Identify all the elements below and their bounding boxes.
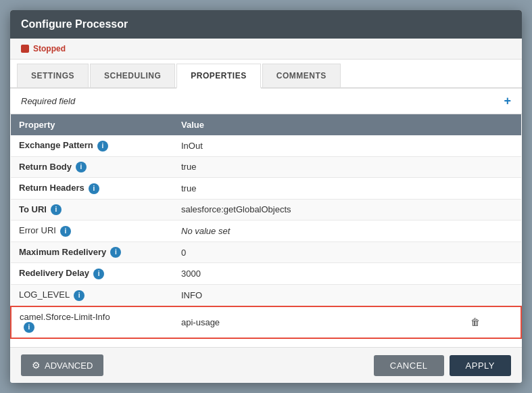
tab-content: Required field + Property Value Exchange… (10, 89, 522, 347)
status-bar: Stopped (10, 39, 522, 60)
advanced-button[interactable]: ⚙ ADVANCED (21, 354, 103, 376)
table-row: LOG_LEVELiINFO (11, 284, 521, 306)
dynamic-property-row: i🗑 (11, 306, 521, 339)
dynamic-property-value-cell (173, 306, 462, 339)
property-value-cell: 0 (173, 241, 462, 263)
property-action-cell (462, 135, 521, 156)
property-value-cell: No value set (173, 221, 462, 242)
dynamic-property-value-input[interactable] (181, 317, 454, 327)
property-name-cell: Error URIi (11, 221, 173, 242)
dynamic-property-delete-cell: 🗑 (462, 306, 521, 339)
column-value: Value (173, 114, 462, 135)
property-action-cell (462, 284, 521, 306)
column-actions (462, 114, 521, 135)
tab-scheduling[interactable]: SCHEDULING (90, 64, 175, 87)
table-row: Redelivery Delayi3000 (11, 263, 521, 285)
info-icon[interactable]: i (89, 183, 99, 194)
property-value-cell: 3000 (173, 263, 462, 285)
property-name-cell: Maximum Redeliveryi (11, 241, 173, 263)
configure-processor-dialog: Configure Processor Stopped SETTINGS SCH… (10, 10, 522, 383)
dynamic-property-name-input[interactable] (20, 312, 165, 322)
dynamic-info-icon[interactable]: i (24, 322, 34, 333)
property-action-cell (462, 199, 521, 221)
required-field-label: Required field (21, 96, 75, 106)
table-row: Error URIiNo value set (11, 221, 521, 242)
property-action-cell (462, 263, 521, 285)
dynamic-properties-message: Dynamic Properties, will be part of subm… (10, 339, 522, 347)
property-value-cell: salesforce:getGlobalObjects (173, 199, 462, 221)
property-name-cell: To URIi (11, 199, 173, 221)
info-icon[interactable]: i (74, 290, 84, 301)
delete-property-button[interactable]: 🗑 (470, 317, 480, 327)
info-icon[interactable]: i (110, 247, 121, 258)
info-icon[interactable]: i (51, 204, 62, 215)
status-indicator (21, 45, 29, 53)
footer-actions: CANCEL APPLY (374, 355, 511, 376)
table-row: Return Bodyitrue (11, 156, 521, 178)
property-value-cell: true (173, 156, 462, 178)
property-value-cell: true (173, 178, 462, 200)
property-name-cell: LOG_LEVELi (11, 284, 173, 306)
property-name-cell: Exchange Patterni (11, 135, 173, 156)
info-icon[interactable]: i (93, 269, 104, 279)
table-row: To URIisalesforce:getGlobalObjects (11, 199, 521, 221)
status-text: Stopped (33, 44, 66, 53)
add-property-button[interactable]: + (504, 94, 511, 108)
gear-icon: ⚙ (32, 360, 41, 371)
tab-bar: SETTINGS SCHEDULING PROPERTIES COMMENTS (10, 60, 522, 89)
property-action-cell (462, 241, 521, 263)
property-name-cell: Redelivery Delayi (11, 263, 173, 285)
column-property: Property (11, 114, 173, 135)
property-action-cell (462, 156, 521, 178)
properties-table: Property Value Exchange PatterniInOutRet… (10, 114, 522, 339)
tab-properties[interactable]: PROPERTIES (176, 64, 260, 89)
info-icon[interactable]: i (97, 141, 108, 152)
table-header-row: Property Value (11, 114, 521, 135)
property-name-cell: Return Bodyi (11, 156, 173, 178)
apply-button[interactable]: APPLY (450, 355, 511, 376)
dialog-title-text: Configure Processor (21, 18, 128, 30)
property-action-cell (462, 221, 521, 242)
cancel-button[interactable]: CANCEL (374, 355, 444, 376)
property-action-cell (462, 178, 521, 200)
table-row: Exchange PatterniInOut (11, 135, 521, 156)
property-name-cell: Return Headersi (11, 178, 173, 200)
dialog-footer: ⚙ ADVANCED CANCEL APPLY (10, 347, 522, 383)
info-icon[interactable]: i (76, 162, 87, 172)
table-row: Maximum Redeliveryi0 (11, 241, 521, 263)
table-row: Return Headersitrue (11, 178, 521, 200)
dynamic-property-name-cell: i (11, 306, 173, 339)
tab-comments[interactable]: COMMENTS (262, 64, 341, 87)
tab-settings[interactable]: SETTINGS (17, 64, 89, 87)
property-value-cell: INFO (173, 284, 462, 306)
required-field-bar: Required field + (10, 89, 522, 114)
info-icon[interactable]: i (60, 226, 71, 237)
property-value-cell: InOut (173, 135, 462, 156)
dialog-title: Configure Processor (10, 10, 522, 39)
